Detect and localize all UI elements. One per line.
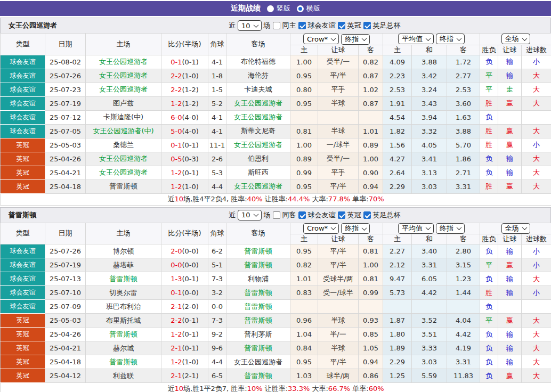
away-team: 普雷斯顿 (226, 341, 290, 355)
corners: 7-3 (208, 314, 226, 328)
odds-source-select[interactable]: Crow* (303, 34, 339, 44)
layout-vertical-label: 竖版 (277, 4, 290, 13)
avg-final-select[interactable]: 终指 (436, 223, 465, 234)
outcome: 负 (480, 272, 498, 286)
competition-checkbox-1[interactable] (338, 211, 345, 219)
avg-home: 2.53 (383, 83, 412, 96)
same-venue-checkbox[interactable] (273, 22, 280, 29)
halftime-score: (1-2) (182, 100, 198, 108)
goals-result: 小 (522, 55, 551, 69)
home-odds: 0.95 (290, 244, 318, 258)
team-name: 普雷斯顿 (1, 210, 36, 220)
match-count-select[interactable]: 10 (238, 210, 262, 220)
match-count-select[interactable]: 10 (238, 20, 262, 31)
match-date: 25-04-21 (45, 341, 86, 355)
outcome: 胜 (480, 138, 498, 152)
halftime-score: (0-1) (182, 316, 198, 324)
scope-select[interactable]: 全场 (501, 223, 530, 234)
odds-source-select-value: Crow* (307, 35, 328, 43)
fulltime-score: 0-0 (171, 261, 182, 269)
fulltime-score: 2-1 (171, 303, 182, 311)
match-row: 英冠25-04-21女王公园巡游者1-2(0-1)5-3斯旺西0.99平手0.9… (1, 166, 551, 179)
away-odds: 0.94 (359, 355, 383, 369)
fulltime-score: 0-1 (171, 58, 182, 66)
outcome: 负 (480, 166, 498, 179)
goals-result: 大 (522, 69, 551, 83)
halftime-score: (0-1) (182, 141, 198, 149)
corners: 3-2 (208, 286, 226, 300)
handicap: 平手 (318, 83, 359, 96)
avg-type-select[interactable]: 平均值 (398, 223, 434, 234)
away-odds: 1.00 (359, 152, 383, 166)
outcome: 负 (480, 110, 498, 124)
home-team: 利兹联 (86, 369, 161, 383)
away-odds: 1.05 (359, 341, 383, 355)
avg-home: 1.82 (383, 124, 412, 138)
summary-segment: 40% (247, 195, 263, 203)
team-section: 女王公园巡游者 近10场同主球会友谊英冠英足总杯 类型 日期 主场 比分(半场)… (0, 18, 551, 206)
corners: 6-2 (208, 244, 226, 258)
competition-checkbox-1[interactable] (338, 22, 345, 29)
home-odds: 0.95 (290, 96, 318, 110)
radio-unselected-icon (267, 5, 274, 12)
match-row: 球会友谊25-07-09班巴布利治2-1(2-0)0-0普雷斯顿负 (1, 300, 551, 314)
avg-home: 2.29 (383, 355, 412, 369)
competition-label-1: 英冠 (347, 210, 361, 220)
competition-checkbox-0[interactable] (298, 22, 306, 29)
home-team: 普雷斯顿 (86, 328, 161, 341)
handicap: 受球半/两 (318, 272, 359, 286)
competition-checkbox-2[interactable] (363, 211, 371, 219)
layout-option-vertical[interactable]: 竖版 (267, 4, 290, 13)
avg-away (447, 300, 480, 314)
chevron-down-icon (426, 225, 431, 230)
odds-source-select[interactable]: Crow* (303, 223, 339, 234)
team-header-row: 女王公园巡游者 近10场同主球会友谊英冠英足总杯 (0, 18, 551, 33)
subcol-odds-away: 客 (359, 45, 383, 55)
summary-segment: 单率: (350, 385, 369, 392)
filter-matches-label: 场 (264, 21, 271, 30)
avg-home: 2.23 (383, 69, 412, 83)
goals-result: 大 (522, 369, 551, 383)
fulltime-score: 2-1 (171, 372, 182, 380)
odds-final-select[interactable]: 终指 (341, 223, 370, 234)
avg-away: 1.63 (447, 110, 480, 124)
avg-type-select[interactable]: 平均值 (398, 34, 434, 44)
competition-checkbox-0[interactable] (298, 211, 306, 219)
score-cell: 6-0(4-0) (161, 110, 208, 124)
filter-bar: 近10场同主球会友谊英冠英足总杯 (229, 20, 401, 31)
score-cell: 0-1(0-1) (161, 55, 208, 69)
avg-draw: 3.03 (412, 355, 447, 369)
score-cell: 2-2(1-0) (161, 69, 208, 83)
odds-final-select[interactable]: 终指 (341, 34, 370, 45)
score-cell: 0-1(0-0) (161, 286, 208, 300)
competition-checkbox-2[interactable] (363, 22, 371, 29)
avg-draw: 3.88 (412, 55, 447, 69)
scope-select[interactable]: 全场 (501, 34, 530, 44)
handicap: 半球 (318, 124, 359, 138)
score-cell: 2-2(0-1) (161, 314, 208, 328)
home-team: 卡斯迪隆(中) (86, 110, 161, 124)
avg-away: 3.31 (447, 179, 480, 193)
handicap: 受半/一 (318, 152, 359, 166)
match-row: 球会友谊25-07-23女王公园巡游者2-2(1-2)1-5卡迪夫城0.80平手… (1, 83, 551, 96)
competition-badge: 英冠 (1, 355, 45, 369)
summary-segment: 60% (369, 385, 384, 392)
away-odds: 0.87 (359, 69, 383, 83)
avg-home: 4.27 (383, 152, 412, 166)
avg-final-select[interactable]: 终指 (436, 34, 465, 44)
fulltime-score: 2-2 (171, 72, 182, 80)
corners: 5-3 (208, 166, 226, 179)
home-odds: 0.99 (290, 166, 318, 179)
goals-result (522, 300, 551, 314)
home-team: 博尔顿 (86, 244, 161, 258)
corners: 5-2 (208, 96, 226, 110)
away-team: 普雷斯顿 (226, 300, 290, 314)
handicap (318, 110, 359, 124)
match-row: 球会友谊25-07-26女王公园巡游者2-2(1-0)1-8海伦芬0.95平/半… (1, 69, 551, 83)
handicap: 平/半 (318, 69, 359, 83)
layout-option-horizontal[interactable]: 横版 (297, 4, 320, 13)
away-odds: 1.02 (359, 83, 383, 96)
same-venue-checkbox[interactable] (273, 211, 280, 219)
match-date: 25-05-03 (45, 138, 86, 152)
away-team: 布伦特福德 (226, 55, 290, 69)
